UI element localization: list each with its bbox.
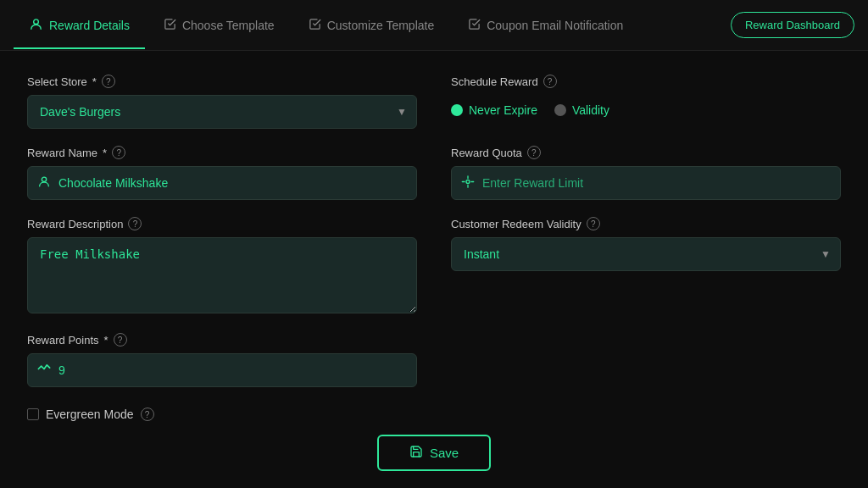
customer-redeem-select-wrapper: Instant ▼ bbox=[451, 237, 841, 271]
nav-item-coupon-email[interactable]: Coupon Email Notification bbox=[453, 11, 638, 40]
select-store-wrapper: Dave's Burgers ▼ bbox=[27, 95, 417, 129]
reward-points-input-wrapper bbox=[27, 353, 417, 387]
never-expire-radio-dot bbox=[451, 104, 463, 116]
reward-name-input[interactable] bbox=[27, 166, 417, 200]
save-label: Save bbox=[430, 446, 459, 460]
reward-name-group: Reward Name * ? bbox=[27, 146, 417, 200]
schedule-reward-help-icon[interactable]: ? bbox=[543, 75, 557, 88]
nav-label-coupon-email: Coupon Email Notification bbox=[487, 19, 623, 32]
svg-point-1 bbox=[42, 177, 46, 181]
reward-name-help-icon[interactable]: ? bbox=[112, 146, 125, 159]
save-button[interactable]: Save bbox=[377, 435, 491, 471]
validity-radio-dot bbox=[554, 104, 566, 116]
svg-point-2 bbox=[466, 180, 470, 184]
reward-quota-icon bbox=[461, 175, 475, 191]
nav-label-reward-details: Reward Details bbox=[49, 19, 130, 32]
reward-name-field-icon bbox=[37, 175, 51, 191]
reward-points-icon bbox=[37, 363, 51, 379]
nav-item-choose-template[interactable]: Choose Template bbox=[148, 11, 290, 40]
coupon-email-icon bbox=[468, 18, 481, 33]
evergreen-label: Evergreen Mode bbox=[46, 408, 134, 421]
validity-option[interactable]: Validity bbox=[554, 103, 609, 117]
reward-points-label: Reward Points * ? bbox=[27, 333, 417, 347]
required-star: * bbox=[92, 75, 97, 88]
select-store-group: Select Store * ? Dave's Burgers ▼ bbox=[27, 75, 417, 129]
nav-item-customize-template[interactable]: Customize Template bbox=[293, 11, 450, 40]
save-icon bbox=[409, 445, 423, 461]
never-expire-option[interactable]: Never Expire bbox=[451, 103, 537, 117]
nav-item-reward-details[interactable]: Reward Details bbox=[14, 10, 145, 41]
schedule-reward-label: Schedule Reward ? bbox=[451, 75, 841, 88]
reward-quota-input[interactable] bbox=[451, 166, 841, 200]
evergreen-help-icon[interactable]: ? bbox=[141, 408, 154, 421]
reward-points-group: Reward Points * ? bbox=[27, 333, 417, 387]
nav-label-choose-template: Choose Template bbox=[182, 19, 275, 32]
customer-redeem-group: Customer Redeem Validity ? Instant ▼ bbox=[451, 217, 841, 316]
reward-name-input-wrapper bbox=[27, 166, 417, 200]
reward-quota-group: Reward Quota ? bbox=[451, 146, 841, 200]
evergreen-mode-row: Evergreen Mode ? bbox=[27, 408, 841, 421]
reward-quota-label: Reward Quota ? bbox=[451, 146, 841, 159]
select-store-dropdown[interactable]: Dave's Burgers bbox=[27, 95, 417, 129]
reward-name-label: Reward Name * ? bbox=[27, 146, 417, 159]
reward-quota-input-wrapper bbox=[451, 166, 841, 200]
customer-redeem-help-icon[interactable]: ? bbox=[587, 217, 600, 230]
customer-redeem-select[interactable]: Instant bbox=[451, 237, 841, 271]
schedule-reward-group: Schedule Reward ? Never Expire Validity bbox=[451, 75, 841, 129]
schedule-options: Never Expire Validity bbox=[451, 95, 841, 125]
reward-dashboard-button[interactable]: Reward Dashboard bbox=[731, 12, 854, 38]
reward-description-label: Reward Description ? bbox=[27, 217, 417, 230]
required-star-name: * bbox=[103, 147, 107, 159]
reward-description-help-icon[interactable]: ? bbox=[128, 217, 142, 230]
reward-description-textarea[interactable]: Free Milkshake bbox=[27, 237, 417, 313]
customize-template-icon bbox=[309, 18, 321, 33]
top-navigation: Reward Details Choose Template Customize… bbox=[0, 0, 868, 51]
reward-points-help-icon[interactable]: ? bbox=[114, 333, 127, 347]
reward-details-icon bbox=[29, 17, 43, 34]
svg-point-0 bbox=[34, 19, 39, 24]
reward-points-input[interactable] bbox=[27, 353, 417, 387]
save-row: Save bbox=[27, 435, 841, 471]
customer-redeem-label: Customer Redeem Validity ? bbox=[451, 217, 841, 230]
reward-quota-help-icon[interactable]: ? bbox=[527, 146, 541, 159]
main-form: Select Store * ? Dave's Burgers ▼ Schedu… bbox=[0, 51, 868, 488]
evergreen-checkbox[interactable] bbox=[27, 408, 39, 420]
choose-template-icon bbox=[164, 18, 176, 33]
reward-description-group: Reward Description ? Free Milkshake bbox=[27, 217, 417, 316]
select-store-label: Select Store * ? bbox=[27, 75, 417, 88]
select-store-help-icon[interactable]: ? bbox=[102, 75, 115, 88]
nav-label-customize-template: Customize Template bbox=[327, 19, 435, 32]
required-star-points: * bbox=[104, 334, 108, 347]
